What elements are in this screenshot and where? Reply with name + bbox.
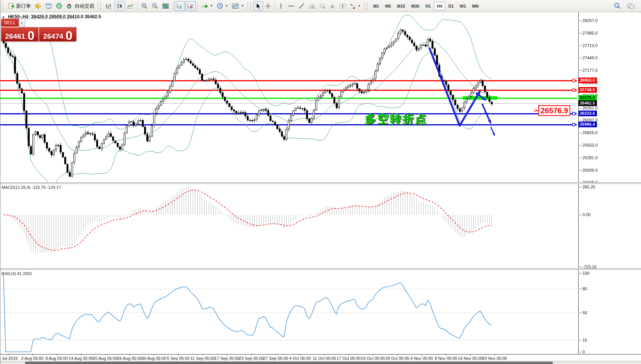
bar-chart-button[interactable]	[104, 1, 114, 11]
toolbar-grip[interactable]	[367, 2, 369, 10]
date-label: 17 Sep 05:00	[214, 356, 239, 361]
cursor-button[interactable]	[254, 1, 263, 11]
timeframe-button-M5[interactable]: M5	[382, 2, 394, 10]
new-order-button[interactable]: 新订单	[6, 1, 33, 11]
date-tick	[178, 354, 179, 356]
date-tick	[446, 354, 446, 356]
rsi-tick-label: 50	[582, 310, 587, 315]
candlestick-chart-button[interactable]	[114, 1, 125, 11]
date-tick	[57, 354, 57, 356]
buy-price-display[interactable]: 26474.0	[39, 27, 76, 41]
date-tick	[470, 354, 471, 356]
axis-tick	[579, 46, 581, 46]
timeframe-button-H1[interactable]: H1	[422, 2, 434, 10]
macd-panel-canvas[interactable]	[0, 184, 578, 269]
panel-separator[interactable]	[0, 268, 641, 270]
price-tick-label: 27177.0	[582, 68, 598, 73]
timeframe-button-W1[interactable]: W1	[457, 2, 469, 10]
horizontal-line-button[interactable]	[286, 1, 297, 11]
one-click-trade-panel: SELL ▼ ▲ BUY 26461.0 26474.0	[1, 19, 76, 41]
auto-trading-button[interactable]: 自动交易	[64, 1, 96, 11]
data-window-icon	[45, 3, 52, 9]
templates-icon	[232, 3, 239, 9]
sell-price-display[interactable]: 26461.0	[1, 27, 38, 41]
tile-windows-button[interactable]	[160, 1, 171, 11]
horizontal-scrollbar[interactable]	[0, 361, 641, 364]
chart-window: ▲ HK50-,H4 26426.0 26509.0 26410.0 26462…	[0, 13, 641, 364]
zoom-out-icon	[152, 3, 159, 9]
axis-tick	[579, 133, 581, 133]
fibonacci-button[interactable]: F	[317, 1, 328, 11]
date-tick	[251, 354, 252, 356]
timeframe-button-M15[interactable]: M15	[394, 2, 408, 10]
chart-text-annotation[interactable]: 多空转折点	[365, 111, 427, 127]
text-button[interactable]: A	[328, 1, 337, 11]
vertical-line-button[interactable]	[276, 1, 286, 11]
equidistant-channel-button[interactable]: E	[306, 1, 317, 11]
date-label: 4 Oct 05:00	[289, 356, 311, 361]
axis-tick	[579, 170, 581, 171]
search-icon	[614, 3, 620, 9]
date-label: 23 Sep 05:00	[239, 356, 263, 361]
price-axis[interactable]: 28257.027985.027713.027449.027177.026905…	[578, 13, 641, 364]
date-label: 2 Aug 05:00	[21, 356, 44, 361]
periods-button[interactable]: ▼	[215, 1, 230, 11]
price-level-tag: 26576.9	[578, 95, 597, 101]
dropdown-arrow-icon: ▼	[358, 4, 361, 8]
timeframe-toolbar: M1M5M15M30H1H4D1W1MN	[370, 2, 482, 10]
axis-tick	[579, 273, 581, 274]
date-axis[interactable]: 9 Jul 20192 Aug 05:008 Aug 05:0014 Aug 0…	[0, 355, 641, 361]
volume-decrease-button[interactable]: ▼	[19, 19, 25, 27]
toolbar-grip[interactable]	[100, 2, 102, 10]
price-tick-label: 27449.0	[582, 55, 598, 60]
axis-tick	[579, 352, 581, 352]
date-tick	[422, 354, 422, 356]
vertical-line-icon	[279, 3, 283, 9]
arrows-button[interactable]: ▼	[348, 1, 363, 11]
date-label: 8 Nov 05:00	[435, 356, 457, 361]
date-label: 27 Sep 05:00	[263, 356, 288, 361]
community-button[interactable]	[625, 1, 637, 11]
search-button[interactable]	[612, 1, 622, 11]
fibonacci-icon: F	[319, 3, 326, 9]
panel-separator[interactable]	[0, 182, 641, 184]
timeframe-button-H4[interactable]: H4	[434, 2, 445, 10]
toolbar-grip[interactable]	[3, 2, 5, 10]
chart-shift-button[interactable]	[185, 1, 196, 11]
axis-tick	[579, 313, 581, 313]
line-chart-button[interactable]	[125, 1, 136, 11]
navigator-button[interactable]	[54, 1, 64, 11]
auto-scroll-button[interactable]	[175, 1, 185, 11]
toolbar-grip[interactable]	[250, 2, 252, 10]
indicators-button[interactable]: ▼	[199, 1, 215, 11]
zoom-in-button[interactable]	[139, 1, 150, 11]
timeframe-button-MN[interactable]: MN	[469, 2, 482, 10]
market-watch-button[interactable]	[33, 1, 43, 11]
crosshair-button[interactable]	[263, 1, 273, 11]
callout-price-label: 26576.9	[538, 105, 570, 116]
scrollbar-thumb[interactable]	[25, 362, 553, 364]
timeframe-button-M30[interactable]: M30	[408, 2, 422, 10]
date-label: 26 Aug 05:00	[117, 356, 142, 361]
timeframe-button-D1[interactable]: D1	[445, 2, 457, 10]
data-window-button[interactable]	[43, 1, 54, 11]
timeframe-button-M1[interactable]: M1	[370, 2, 382, 10]
bottom-border	[0, 354, 641, 355]
text-label-button[interactable]: T	[337, 1, 348, 11]
symbol-marker-icon: ▲	[2, 15, 5, 19]
trendline-button[interactable]	[297, 1, 306, 11]
volume-input[interactable]	[25, 19, 76, 27]
date-tick	[130, 354, 130, 356]
price-chart-canvas[interactable]	[0, 13, 578, 183]
templates-button[interactable]: ▼	[230, 1, 246, 11]
main-toolbar: 新订单 自动交易	[0, 0, 641, 12]
date-tick	[8, 354, 8, 356]
axis-tick	[579, 158, 581, 158]
zoom-out-button[interactable]	[150, 1, 160, 11]
price-callout[interactable]: 26576.9	[534, 105, 570, 116]
equidistant-channel-icon: E	[308, 3, 315, 9]
rsi-indicator-label: RSI(14) 41.2001	[2, 271, 32, 276]
rsi-panel-canvas[interactable]	[0, 270, 578, 355]
axis-tick	[579, 145, 581, 146]
sell-button[interactable]: SELL	[1, 19, 19, 27]
